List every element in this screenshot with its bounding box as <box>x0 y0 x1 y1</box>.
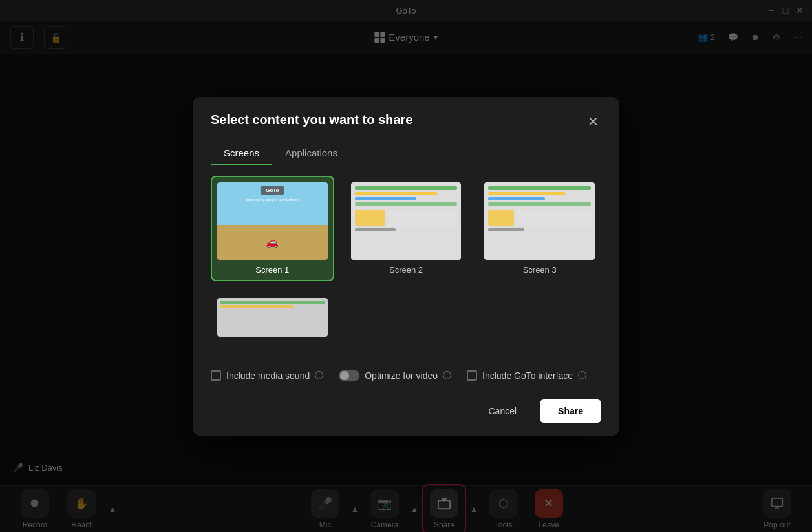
screen-thumb-2 <box>351 182 462 260</box>
modal-title: Select content you want to share <box>211 112 412 127</box>
cancel-button[interactable]: Cancel <box>473 399 532 423</box>
tab-screens[interactable]: Screens <box>211 141 272 165</box>
screen1-emoji: 🚗 <box>266 236 279 248</box>
screen-thumb-3 <box>484 182 595 260</box>
include-goto-interface-option[interactable]: Include GoTo interface ⓘ <box>467 370 586 381</box>
goto-watermark: GoTo <box>261 186 284 195</box>
screen-preview-4 <box>217 298 328 337</box>
optimize-video-label: Optimize for video <box>365 370 438 381</box>
screen1-text: connecting people everywhere <box>246 198 299 202</box>
modal-header: Select content you want to share ✕ <box>193 97 619 131</box>
media-sound-label: Include media sound <box>226 370 310 381</box>
screen-preview-2 <box>351 182 462 260</box>
share-confirm-button[interactable]: Share <box>540 399 601 423</box>
modal-close-button[interactable]: ✕ <box>585 112 601 131</box>
media-sound-checkbox[interactable] <box>211 370 221 381</box>
screen-thumb-1: GoTo connecting people everywhere 🚗 <box>217 182 328 260</box>
screen-preview-1: GoTo connecting people everywhere 🚗 <box>217 182 328 260</box>
screen-grid-container[interactable]: GoTo connecting people everywhere 🚗 Scre… <box>193 165 619 359</box>
goto-interface-info-icon: ⓘ <box>578 370 586 381</box>
screen-label-2: Screen 2 <box>389 265 423 275</box>
goto-interface-label: Include GoTo interface <box>482 370 573 381</box>
screen-label-3: Screen 3 <box>523 265 557 275</box>
screen-preview-3 <box>484 182 595 260</box>
media-sound-info-icon: ⓘ <box>315 370 323 381</box>
modal-options: Include media sound ⓘ Optimize for video… <box>193 359 619 392</box>
optimize-video-toggle[interactable] <box>339 370 359 381</box>
include-media-sound-option[interactable]: Include media sound ⓘ <box>211 370 323 381</box>
screen-grid: GoTo connecting people everywhere 🚗 Scre… <box>211 176 601 348</box>
modal-footer: Cancel Share <box>193 392 619 436</box>
screen-item-1[interactable]: GoTo connecting people everywhere 🚗 Scre… <box>211 176 334 281</box>
goto-interface-checkbox[interactable] <box>467 370 477 381</box>
share-dialog: Select content you want to share ✕ Scree… <box>193 97 619 436</box>
modal-overlay: Select content you want to share ✕ Scree… <box>0 0 812 532</box>
optimize-video-option[interactable]: Optimize for video ⓘ <box>339 370 451 381</box>
screen-item-3[interactable]: Screen 3 <box>478 176 601 281</box>
screen-item-4[interactable] <box>211 292 334 348</box>
screen-label-1: Screen 1 <box>255 265 289 275</box>
optimize-video-info-icon: ⓘ <box>443 370 451 381</box>
modal-tabs: Screens Applications <box>193 141 619 165</box>
screen-item-2[interactable]: Screen 2 <box>345 176 468 281</box>
tab-applications[interactable]: Applications <box>272 141 350 165</box>
screen-thumb-4 <box>217 298 328 337</box>
